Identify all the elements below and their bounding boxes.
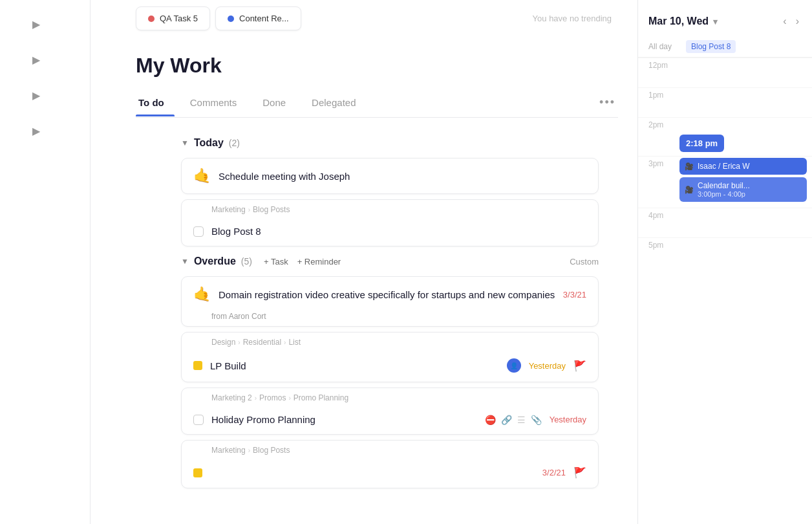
calendar-next-button[interactable]: ›	[793, 13, 802, 30]
breadcrumb-arrow-5: ›	[288, 395, 290, 402]
calendar-date-text: Mar 10, Wed	[648, 16, 709, 27]
breadcrumb-holiday-promo: Marketing 2 › Promos › Promo Planning	[182, 388, 598, 405]
tab-done[interactable]: Done	[260, 92, 296, 116]
flag-icon-lp: 🚩	[573, 360, 586, 372]
lp-assignee-avatar: 👤	[507, 358, 521, 373]
task-lp-build: Design › Residential › List LP Build 👤 Y…	[181, 332, 599, 382]
attachment-icon[interactable]: 📎	[531, 415, 542, 425]
task-row-domain[interactable]: 🤙 Domain registration video creative spe…	[182, 277, 598, 312]
overdue-collapse-icon[interactable]: ▼	[181, 257, 189, 266]
calendar-event-calendar-build[interactable]: 🎥 Calendar buil... 3:00pm - 4:00p	[679, 177, 807, 202]
task-title-schedule: Schedule meeting with Joseph	[219, 171, 586, 182]
current-time-indicator: 2:18 pm	[679, 135, 724, 152]
link-icon[interactable]: 🔗	[501, 415, 512, 425]
sidebar-item-1[interactable]: ▶	[0, 6, 90, 42]
sidebar-item-2[interactable]: ▶	[0, 42, 90, 78]
breadcrumb-promo-planning: Promo Planning	[294, 393, 348, 402]
time-slot-5pm: 5pm	[638, 237, 812, 267]
breadcrumb-arrow-6: ›	[248, 447, 250, 454]
today-label: Today	[194, 137, 224, 149]
tab-comments[interactable]: Comments	[187, 92, 248, 116]
overdue-label: Overdue	[194, 256, 236, 267]
top-row: QA Task 5 Content Re... You have no tren…	[91, 0, 637, 41]
breadcrumb-promos: Promos	[259, 393, 286, 402]
task-title-holiday: Holiday Promo Planning	[211, 414, 477, 425]
time-slot-1pm: 1pm	[638, 87, 812, 117]
overdue-section-header: ▼ Overdue (5) + Task + Reminder Custom	[181, 256, 599, 267]
task-title-blog8: Blog Post 8	[211, 226, 586, 237]
task-date-holiday: Yesterday	[550, 415, 586, 424]
task-domain-reg: 🤙 Domain registration video creative spe…	[181, 276, 599, 327]
breadcrumb-list: List	[288, 338, 301, 347]
chevron-right-icon-1: ▶	[32, 18, 40, 30]
task-icon-domain: 🤙	[193, 286, 211, 303]
chip-dot-blue	[228, 16, 234, 22]
time-slot-2pm: 2pm 2:18 pm	[638, 117, 812, 156]
time-label-5pm: 5pm	[648, 238, 679, 250]
breadcrumb-marketing2: Marketing 2	[211, 393, 252, 402]
avatar-icon: 👤	[510, 362, 518, 369]
calendar-prev-button[interactable]: ‹	[780, 13, 789, 30]
time-slots: 12pm 1pm 2pm 2:18 pm 3pm 🎥 Isaac	[638, 58, 812, 524]
all-day-event[interactable]: Blog Post 8	[686, 40, 736, 53]
tab-todo[interactable]: To do	[136, 92, 175, 116]
task-row-lp[interactable]: LP Build 👤 Yesterday 🚩	[182, 349, 598, 382]
time-content-1pm	[679, 88, 812, 91]
calendar-nav: ‹ ›	[780, 13, 802, 30]
qa-task-chip[interactable]: QA Task 5	[136, 6, 210, 30]
task-row-schedule[interactable]: 🤙 Schedule meeting with Joseph	[182, 158, 598, 193]
all-day-label: All day	[648, 42, 681, 51]
task-checkbox-holiday[interactable]	[193, 415, 204, 425]
breadcrumb-arrow-4: ›	[255, 395, 257, 402]
task-actions-holiday: ⛔ 🔗 ☰ 📎	[485, 415, 542, 425]
calendar-event-isaac[interactable]: 🎥 Isaac / Erica W	[679, 158, 807, 175]
task-checkbox-blog8[interactable]	[193, 226, 204, 237]
breadcrumb-arrow-1: ›	[248, 206, 250, 213]
breadcrumb-design: Design	[211, 338, 235, 347]
sidebar-item-3[interactable]: ▶	[0, 78, 90, 113]
sidebar: ▶ ▶ ▶ ▶	[0, 0, 91, 524]
add-reminder-button[interactable]: + Reminder	[297, 257, 341, 267]
breadcrumb-arrow-3: ›	[284, 339, 286, 346]
event-title-calendar: Calendar buil...	[698, 181, 750, 190]
task-row-blog8[interactable]: Blog Post 8	[182, 217, 598, 246]
stop-icon[interactable]: ⛔	[485, 415, 496, 425]
chevron-right-icon-2: ▶	[32, 54, 40, 66]
lp-color-indicator	[193, 361, 202, 370]
breadcrumb-arrow-2: ›	[238, 339, 240, 346]
calendar-panel: Mar 10, Wed ▾ ‹ › All day Blog Post 8 12…	[637, 0, 812, 524]
time-label-2pm: 2pm	[648, 118, 679, 129]
today-collapse-icon[interactable]: ▼	[181, 138, 189, 147]
overdue-actions: + Task + Reminder	[264, 257, 341, 267]
task-date-blog-bottom: 3/2/21	[542, 468, 566, 477]
tab-delegated[interactable]: Delegated	[309, 92, 366, 116]
event-time-calendar: 3:00pm - 4:00p	[698, 190, 750, 198]
list-icon[interactable]: ☰	[517, 415, 526, 425]
content-re-chip[interactable]: Content Re...	[215, 6, 301, 30]
page-title: My Work	[136, 54, 618, 78]
breadcrumb-lp-build: Design › Residential › List	[182, 333, 598, 349]
add-task-button[interactable]: + Task	[264, 257, 288, 267]
sidebar-item-4[interactable]: ▶	[0, 113, 90, 149]
breadcrumb-marketing: Marketing	[211, 205, 246, 214]
breadcrumb-marketing-b: Marketing	[211, 446, 246, 455]
time-slot-3pm: 3pm 🎥 Isaac / Erica W 🎥 Calendar buil...…	[638, 156, 812, 208]
task-holiday-promo: Marketing 2 › Promos › Promo Planning Ho…	[181, 388, 599, 435]
breadcrumb-blog-posts-b: Blog Posts	[253, 446, 290, 455]
from-line-domain: from Aaron Cort	[182, 312, 598, 326]
task-row-holiday[interactable]: Holiday Promo Planning ⛔ 🔗 ☰ 📎 Yesterday	[182, 405, 598, 434]
overdue-custom-button[interactable]: Custom	[570, 257, 599, 267]
chevron-right-icon-3: ▶	[32, 89, 40, 102]
chevron-right-icon-4: ▶	[32, 125, 40, 137]
time-content-4pm	[679, 208, 812, 211]
task-row-blog-bottom[interactable]: 3/2/21 🚩	[182, 457, 598, 488]
tabs-more-button[interactable]: •••	[597, 91, 618, 117]
time-content-3pm: 🎥 Isaac / Erica W 🎥 Calendar buil... 3:0…	[679, 157, 812, 206]
calendar-chevron[interactable]: ▾	[713, 17, 718, 27]
event-title-isaac: Isaac / Erica W	[698, 162, 750, 171]
today-count: (2)	[229, 138, 240, 148]
task-title-lp: LP Build	[210, 360, 499, 371]
my-work-section: My Work To do Comments Done Delegated ••…	[91, 41, 637, 507]
content-re-label: Content Re...	[239, 14, 289, 23]
time-slot-12pm: 12pm	[638, 58, 812, 87]
